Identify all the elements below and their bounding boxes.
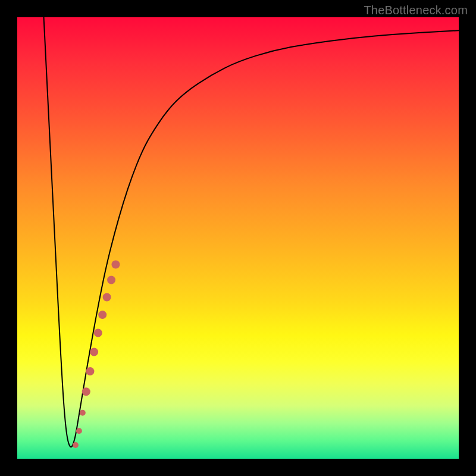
data-marker: [86, 367, 94, 375]
data-marker: [80, 410, 86, 416]
bottleneck-curve: [44, 17, 459, 447]
plot-area: [17, 17, 459, 459]
data-marker: [103, 293, 111, 301]
marker-group: [73, 261, 120, 448]
data-marker: [111, 261, 120, 269]
watermark-text: TheBottleneck.com: [364, 4, 468, 17]
data-marker: [107, 275, 115, 284]
data-marker: [98, 311, 107, 319]
chart-svg: [17, 17, 459, 459]
data-marker: [82, 387, 90, 396]
data-marker: [73, 442, 79, 448]
data-marker: [94, 329, 102, 337]
chart-frame: TheBottleneck.com: [0, 0, 476, 476]
data-marker: [76, 428, 82, 434]
data-marker: [90, 347, 98, 356]
